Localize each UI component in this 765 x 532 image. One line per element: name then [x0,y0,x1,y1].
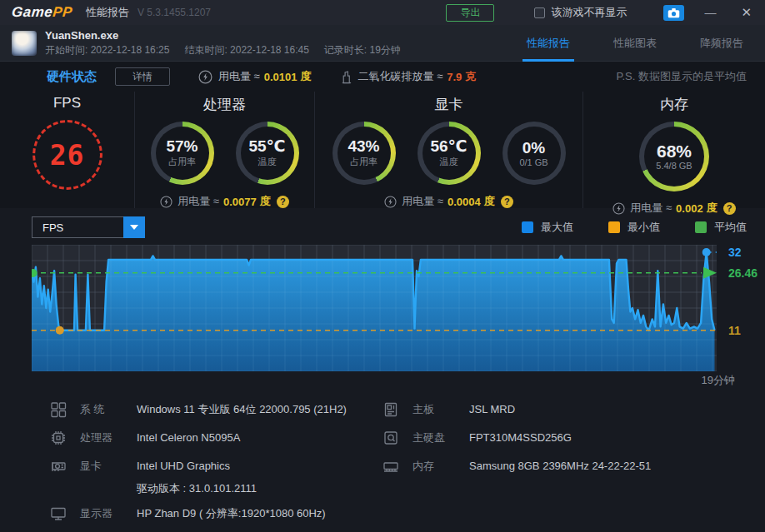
help-icon[interactable]: ? [501,196,513,208]
fps-chart-plot [32,245,717,371]
cpu-usage-value: 57% [166,138,198,155]
screenshot-button[interactable] [663,5,684,21]
help-icon[interactable]: ? [723,202,736,215]
export-button[interactable]: 导出 [446,4,494,22]
power-bolt-icon [160,196,172,208]
camera-icon [668,7,680,18]
report-header: YuanShen.exe 开始时间: 2022-12-18 16:25 结束时间… [0,25,765,62]
gpu-label: 显卡 [80,458,137,475]
cpu-power-unit: 度 [260,194,271,209]
memory-title: 内存 [660,95,688,114]
cpu-power-line: 用电量 ≈ 0.0077 度 ? [160,194,289,209]
disk-value: FPT310M4SSD256G [469,430,765,446]
minimize-button[interactable]: — [699,4,721,21]
cpu-usage-gauge: 57% 占用率 [151,122,214,185]
legend-min[interactable]: 最小值 [608,220,660,235]
cpu-temp-gauge: 55℃ 温度 [236,122,299,185]
start-time: 开始时间: 2022-12-18 16:25 [45,44,169,57]
metric-selector-value[interactable]: FPS [32,216,123,238]
gpu-temp-gauge: 56℃ 温度 [418,122,481,185]
tab-throttle-report[interactable]: 降频报告 [678,25,765,62]
ram-label: 内存 [412,458,469,475]
motherboard-icon [382,401,412,421]
legend-avg-label: 平均值 [714,220,747,235]
gpu-usage-label: 占用率 [350,156,378,168]
chart-duration-label: 19分钟 [0,371,765,390]
chevron-down-icon [130,225,138,230]
power-bolt-icon [384,196,397,208]
motherboard-row: 主板 JSL MRD [382,401,765,421]
gpu-power-label: 用电量 ≈ [402,194,443,209]
legend-max-swatch [522,221,533,233]
system-value: Windows 11 专业版 64位 22000.795 (21H2) [137,401,382,418]
gpu-usage-value: 43% [348,138,379,155]
chart-section: FPS 最大值 最小值 平均值 [0,216,765,390]
disk-row: 主硬盘 FPT310M4SSD256G [382,430,765,450]
cpu-value: Intel Celeron N5095A [137,430,382,446]
dropdown-button[interactable] [123,216,145,238]
tab-performance-report[interactable]: 性能报告 [505,25,592,62]
power-usage-value: 0.0101 [264,71,298,83]
session-times: 开始时间: 2022-12-18 16:25 结束时间: 2022-12-18 … [45,44,416,57]
monitor-label: 显示器 [80,505,137,522]
legend-avg[interactable]: 平均值 [695,220,747,235]
ram-icon [382,458,412,478]
co2-value: 7.9 [447,71,462,83]
disk-label: 主硬盘 [412,430,469,446]
game-info: YuanShen.exe 开始时间: 2022-12-18 16:25 结束时间… [45,29,416,57]
chart-controls: FPS 最大值 最小值 平均值 [32,216,747,239]
cpu-power-label: 用电量 ≈ [178,194,219,209]
co2-chimney-icon [340,70,352,84]
cpu-icon [50,430,80,450]
gpu-title: 显卡 [435,95,463,114]
gpu-power-line: 用电量 ≈ 0.0004 度 ? [384,194,513,209]
gpu-vram-gauge: 0% 0/1 GB [502,122,566,185]
detail-button[interactable]: 详情 [115,67,170,86]
tab-performance-chart[interactable]: 性能图表 [592,25,678,62]
legend-avg-swatch [695,221,707,233]
checkbox-icon[interactable] [534,7,545,18]
cpu-temp-label: 温度 [258,156,277,168]
gpu-value-wrap: Intel UHD Graphics 驱动版本 : 31.0.101.2111 [137,458,382,497]
disk-icon [382,430,412,450]
system-info-left: 系 统 Windows 11 专业版 64位 22000.795 (21H2) … [0,401,382,532]
cpu-power-value: 0.0077 [223,196,257,208]
monitor-row: 显示器 HP Zhan D9 ( 分辨率:1920*1080 60Hz) [50,505,382,525]
hardware-status-band: 硬件状态 详情 用电量 ≈ 0.0101 度 二氧化碳排放量 ≈ 7.9 克 [0,62,765,208]
help-icon[interactable]: ? [277,196,289,208]
hide-game-checkbox-row[interactable]: 该游戏不再显示 [534,5,627,20]
game-process-name: YuanShen.exe [45,29,416,42]
close-button[interactable]: ✕ [736,3,757,22]
co2-label: 二氧化碳排放量 ≈ [358,69,443,84]
memory-gauges: 68% 5.4/8 GB [639,122,709,191]
ram-row: 内存 Samsung 8GB 2396MHz 24-22-22-51 [382,458,765,478]
cpu-row: 处理器 Intel Celeron N5095A [50,430,382,450]
memory-power-value: 0.002 [676,202,703,215]
ps-note: P.S. 数据图显示的是平均值 [616,69,747,84]
power-bolt-icon [612,202,625,215]
record-duration: 记录时长: 19分钟 [324,44,401,57]
legend-min-label: 最小值 [628,220,660,235]
cpu-temp-value: 55℃ [248,138,285,155]
ram-value: Samsung 8GB 2396MHz 24-22-22-51 [469,458,765,475]
fps-dial: 26 [32,120,102,190]
gpu-value: Intel UHD Graphics [137,458,382,475]
memory-usage-value: 68% [657,143,692,160]
gpu-vram-value: 0% [522,140,545,157]
window-title: 性能报告 [86,5,129,20]
gpu-temp-value: 56℃ [430,138,467,155]
legend-max[interactable]: 最大值 [522,220,573,235]
power-bolt-icon [198,70,212,84]
monitor-icon [50,505,80,525]
metric-selector-dropdown[interactable]: FPS [32,216,145,238]
gpu-power-unit: 度 [484,194,495,209]
cpu-title: 处理器 [203,95,246,114]
chart-min-label: 11 [728,324,741,337]
logo-text-game: Game [11,4,53,20]
gamepp-window: GamePP 性能报告 V 5.3.1455.1207 导出 该游戏不再显示 —… [0,0,765,532]
system-row: 系 统 Windows 11 专业版 64位 22000.795 (21H2) [50,401,382,421]
legend-max-label: 最大值 [541,220,573,235]
hide-game-label: 该游戏不再显示 [551,5,627,20]
memory-section: 内存 68% 5.4/8 GB 用电量 ≈ 0.002 [583,92,765,208]
system-label: 系 统 [80,401,137,418]
